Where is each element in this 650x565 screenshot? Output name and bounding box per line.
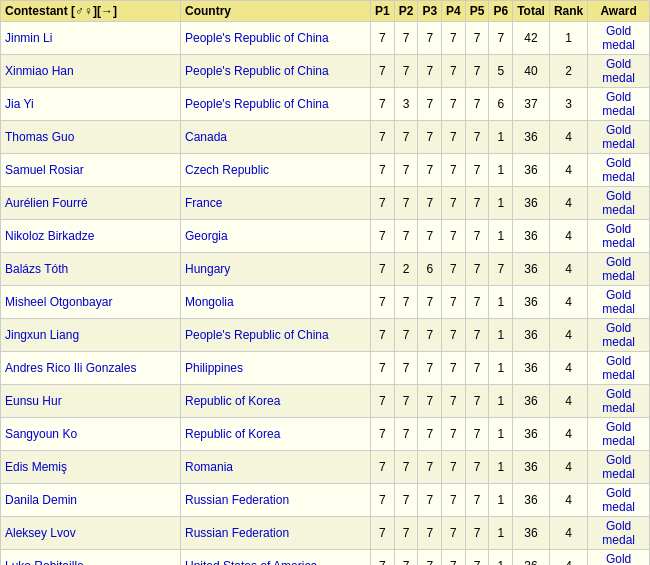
score-p4: 7 [442,418,466,451]
score-p5: 7 [465,55,489,88]
contestant-name[interactable]: Edis Memiş [1,451,181,484]
contestant-country[interactable]: People's Republic of China [181,319,371,352]
score-p6: 7 [489,253,513,286]
rank: 4 [549,319,587,352]
contestant-country[interactable]: Hungary [181,253,371,286]
contestant-name[interactable]: Aurélien Fourré [1,187,181,220]
contestant-name[interactable]: Danila Demin [1,484,181,517]
rank: 4 [549,418,587,451]
award: Gold medal [588,418,650,451]
award: Gold medal [588,352,650,385]
score-p4: 7 [442,385,466,418]
contestant-name[interactable]: Jingxun Liang [1,319,181,352]
contestant-country[interactable]: Russian Federation [181,517,371,550]
contestant-country[interactable]: Czech Republic [181,154,371,187]
score-p5: 7 [465,352,489,385]
score-total: 36 [513,385,550,418]
score-total: 36 [513,154,550,187]
results-table: Contestant [♂♀][→] Country P1 P2 P3 P4 P… [0,0,650,565]
award: Gold medal [588,517,650,550]
contestant-name[interactable]: Samuel Rosiar [1,154,181,187]
table-row: Misheel OtgonbayarMongolia777771364Gold … [1,286,650,319]
score-p5: 7 [465,88,489,121]
table-row: Aurélien FourréFrance777771364Gold medal [1,187,650,220]
contestant-country[interactable]: Canada [181,121,371,154]
contestant-name[interactable]: Xinmiao Han [1,55,181,88]
score-p3: 7 [418,187,442,220]
contestant-country[interactable]: Georgia [181,220,371,253]
award: Gold medal [588,484,650,517]
contestant-name[interactable]: Jinmin Li [1,22,181,55]
score-p4: 7 [442,352,466,385]
score-p2: 7 [394,352,418,385]
table-row: Samuel RosiarCzech Republic777771364Gold… [1,154,650,187]
contestant-country[interactable]: People's Republic of China [181,88,371,121]
contestant-name[interactable]: Andres Rico Ili Gonzales [1,352,181,385]
score-p6: 1 [489,385,513,418]
table-row: Xinmiao HanPeople's Republic of China777… [1,55,650,88]
contestant-country[interactable]: Romania [181,451,371,484]
contestant-country[interactable]: Mongolia [181,286,371,319]
table-row: Luke RobitailleUnited States of America7… [1,550,650,566]
score-p5: 7 [465,418,489,451]
rank: 4 [549,286,587,319]
score-p5: 7 [465,319,489,352]
rank: 4 [549,550,587,566]
score-p4: 7 [442,88,466,121]
score-p2: 7 [394,517,418,550]
score-p6: 1 [489,220,513,253]
contestant-country[interactable]: Philippines [181,352,371,385]
contestant-country[interactable]: Republic of Korea [181,385,371,418]
score-p2: 7 [394,22,418,55]
score-total: 36 [513,418,550,451]
score-p2: 7 [394,385,418,418]
contestant-name[interactable]: Misheel Otgonbayar [1,286,181,319]
score-p1: 7 [371,418,395,451]
contestant-name[interactable]: Nikoloz Birkadze [1,220,181,253]
score-p3: 7 [418,220,442,253]
contestant-name[interactable]: Eunsu Hur [1,385,181,418]
contestant-country[interactable]: United States of America [181,550,371,566]
header-p6: P6 [489,1,513,22]
contestant-name[interactable]: Sangyoun Ko [1,418,181,451]
rank: 4 [549,220,587,253]
contestant-name[interactable]: Luke Robitaille [1,550,181,566]
score-p6: 1 [489,418,513,451]
rank: 4 [549,352,587,385]
rank: 4 [549,517,587,550]
score-total: 36 [513,451,550,484]
table-row: Edis MemişRomania777771364Gold medal [1,451,650,484]
score-p6: 7 [489,22,513,55]
contestant-name[interactable]: Jia Yi [1,88,181,121]
score-total: 36 [513,187,550,220]
score-p6: 1 [489,451,513,484]
contestant-country[interactable]: France [181,187,371,220]
contestant-country[interactable]: People's Republic of China [181,22,371,55]
contestant-name[interactable]: Thomas Guo [1,121,181,154]
table-row: Balázs TóthHungary726777364Gold medal [1,253,650,286]
score-p3: 7 [418,484,442,517]
score-p2: 7 [394,187,418,220]
score-p1: 7 [371,55,395,88]
score-p4: 7 [442,22,466,55]
rank: 4 [549,121,587,154]
score-p6: 1 [489,352,513,385]
contestant-name[interactable]: Balázs Tóth [1,253,181,286]
header-p4: P4 [442,1,466,22]
rank: 4 [549,451,587,484]
score-total: 40 [513,55,550,88]
header-p5: P5 [465,1,489,22]
contestant-name[interactable]: Aleksey Lvov [1,517,181,550]
award: Gold medal [588,55,650,88]
score-p1: 7 [371,550,395,566]
score-p1: 7 [371,286,395,319]
score-p3: 6 [418,253,442,286]
contestant-country[interactable]: Russian Federation [181,484,371,517]
score-p1: 7 [371,187,395,220]
contestant-country[interactable]: People's Republic of China [181,55,371,88]
rank: 4 [549,484,587,517]
score-p4: 7 [442,187,466,220]
score-p6: 6 [489,88,513,121]
rank: 4 [549,154,587,187]
contestant-country[interactable]: Republic of Korea [181,418,371,451]
